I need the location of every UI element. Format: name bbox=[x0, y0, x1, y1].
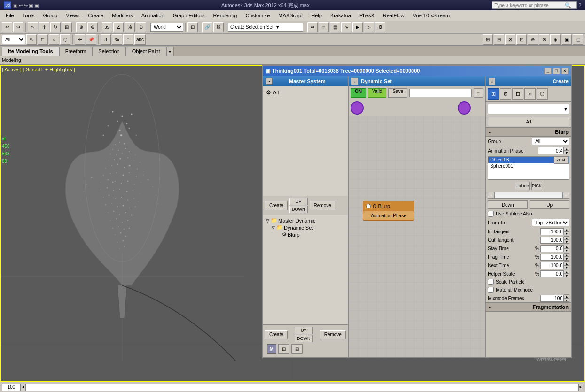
create-all-btn[interactable]: All bbox=[488, 117, 569, 126]
out-tangent-input[interactable] bbox=[540, 237, 564, 244]
material-mixmode-check[interactable] bbox=[488, 287, 494, 293]
tb-rect-select[interactable]: □ bbox=[38, 34, 48, 45]
frame-next[interactable]: ► bbox=[578, 384, 583, 391]
stay-time-up[interactable]: ▲ bbox=[564, 245, 569, 248]
master-remove-btn[interactable]: Remove bbox=[310, 201, 335, 210]
group-select[interactable]: All bbox=[532, 138, 569, 145]
search-input[interactable] bbox=[494, 3, 565, 8]
collapse-mid[interactable]: - bbox=[351, 78, 358, 85]
up-btn[interactable]: Up bbox=[530, 200, 569, 209]
mixmode-frames-up[interactable]: ▲ bbox=[564, 294, 569, 298]
tab-modeling-tools[interactable]: ite Modeling Tools bbox=[2, 47, 59, 56]
tb-scale[interactable]: ⊞ bbox=[62, 22, 72, 32]
frag-time-up[interactable]: ▲ bbox=[564, 253, 569, 257]
create-dropdown[interactable]: ▼ bbox=[488, 104, 569, 114]
tb-move[interactable]: ✛ bbox=[39, 22, 49, 32]
create-icon-5[interactable]: ⬡ bbox=[537, 88, 548, 100]
tb-rightside2[interactable]: ⊟ bbox=[494, 34, 504, 45]
scroll-track[interactable] bbox=[494, 192, 563, 199]
stay-time-input[interactable] bbox=[540, 245, 564, 252]
tree-create-btn[interactable]: Create bbox=[265, 330, 288, 339]
tree-remove-btn[interactable]: Remove bbox=[320, 330, 346, 339]
use-subtree-check[interactable] bbox=[488, 211, 494, 217]
tab-freeform[interactable]: Freeform bbox=[59, 47, 93, 56]
menu-customize[interactable]: Customize bbox=[242, 12, 273, 19]
tab-dropdown[interactable]: ▼ bbox=[166, 47, 174, 56]
tree-master-dynamic[interactable]: ▽ 📁 Master Dynamic bbox=[265, 217, 346, 224]
dynamic-set-menu[interactable]: ≡ bbox=[474, 88, 483, 98]
tb-render[interactable]: ▶ bbox=[352, 22, 363, 32]
tb-fence-select[interactable]: ⬡ bbox=[60, 34, 70, 45]
tb-rightside8[interactable]: ▣ bbox=[562, 34, 572, 45]
tb-unlink[interactable]: ⛓ bbox=[213, 22, 224, 32]
tree-up-btn[interactable]: UP bbox=[295, 327, 313, 334]
tree-dynamic-set[interactable]: ▽ 📁 Dynamic Set bbox=[265, 224, 346, 231]
unhide-btn[interactable]: Unhide bbox=[515, 182, 530, 190]
tb-select-filter[interactable]: ↖ bbox=[26, 34, 37, 45]
create-selection-set[interactable]: Create Selection Set ▼ bbox=[228, 23, 303, 32]
frame-prev[interactable]: ◄ bbox=[21, 384, 25, 391]
in-tangent-up[interactable]: ▲ bbox=[564, 228, 569, 231]
dynamic-set-input[interactable] bbox=[409, 89, 472, 97]
collapse-right[interactable]: - bbox=[489, 78, 495, 85]
help-icon[interactable]: ? bbox=[578, 3, 581, 8]
anim-phase-input[interactable] bbox=[538, 147, 564, 154]
dialog-close[interactable]: × bbox=[561, 68, 569, 74]
tb-snap2[interactable]: ⊕ bbox=[87, 22, 98, 32]
master-up-btn[interactable]: UP bbox=[289, 198, 308, 205]
menu-vue[interactable]: Vue 10 xStream bbox=[409, 12, 453, 19]
tb-link[interactable]: 🔗 bbox=[202, 22, 212, 32]
frag-time-input[interactable] bbox=[540, 254, 564, 261]
m-button[interactable]: M bbox=[267, 344, 276, 354]
menu-tools[interactable]: Tools bbox=[19, 12, 39, 19]
tb-renderprev[interactable]: ▷ bbox=[364, 22, 374, 32]
menu-rendering[interactable]: Rendering bbox=[210, 12, 241, 19]
tb-align[interactable]: ≡ bbox=[319, 22, 329, 32]
tb-rightside4[interactable]: ⊡ bbox=[516, 34, 527, 45]
create-icon-2[interactable]: ⚙ bbox=[500, 88, 511, 100]
tb-rightside1[interactable]: ⊞ bbox=[483, 34, 493, 45]
frag-time-down[interactable]: ▼ bbox=[564, 257, 569, 261]
tb-pin[interactable]: 📌 bbox=[86, 34, 96, 45]
tb-rightside9[interactable]: ◱ bbox=[573, 34, 583, 45]
next-time-input[interactable] bbox=[540, 262, 564, 269]
tb-rightside3[interactable]: ⊠ bbox=[505, 34, 515, 45]
dynamic-canvas[interactable]: O Blurp Animation Phase bbox=[349, 116, 485, 357]
tb-cross[interactable]: ✛ bbox=[75, 34, 85, 45]
small-icon1[interactable]: ⊡ bbox=[278, 344, 289, 354]
tb-undo[interactable]: ↩ bbox=[2, 22, 12, 32]
down-btn[interactable]: Down bbox=[488, 200, 528, 209]
create-icon-3[interactable]: ⊡ bbox=[512, 88, 523, 100]
anim-phase-down[interactable]: ▼ bbox=[564, 151, 569, 154]
tb-curve[interactable]: ∿ bbox=[341, 22, 351, 32]
helper-scale-input[interactable] bbox=[540, 270, 564, 277]
helper-scale-up[interactable]: ▲ bbox=[564, 270, 569, 274]
master-down-btn[interactable]: DOWN bbox=[289, 206, 308, 213]
tb-mirror[interactable]: ⇔ bbox=[307, 22, 318, 32]
tb-angle-snap[interactable]: ∠ bbox=[113, 22, 124, 32]
menu-krakatoa[interactable]: Krakatoa bbox=[327, 12, 355, 19]
in-tangent-input[interactable] bbox=[540, 228, 564, 235]
out-tangent-down[interactable]: ▼ bbox=[564, 240, 569, 244]
menu-physx[interactable]: PhysX bbox=[356, 12, 378, 19]
rem-btn[interactable]: REM. bbox=[554, 156, 569, 164]
create-icon-4[interactable]: ○ bbox=[524, 88, 536, 100]
tb-numpad3[interactable]: 3 bbox=[101, 34, 111, 45]
small-icon2[interactable]: ⊞ bbox=[291, 344, 303, 354]
menu-views[interactable]: Views bbox=[62, 12, 83, 19]
tab-object-paint[interactable]: Object Paint bbox=[126, 47, 166, 56]
menu-modifiers[interactable]: Modifiers bbox=[108, 12, 137, 19]
create-selection-dropdown[interactable]: ▼ bbox=[275, 24, 280, 30]
scroll-right[interactable]: ► bbox=[563, 192, 569, 199]
tree-down-btn[interactable]: DOWN bbox=[295, 335, 313, 342]
next-time-up[interactable]: ▲ bbox=[564, 261, 569, 265]
tb-rightside7[interactable]: ◈ bbox=[550, 34, 561, 45]
menu-create[interactable]: Create bbox=[84, 12, 107, 19]
menu-group[interactable]: Group bbox=[39, 12, 61, 19]
scroll-left[interactable]: ◄ bbox=[488, 192, 494, 199]
tree-blurp[interactable]: ⚙ Blurp bbox=[265, 231, 346, 238]
tb-rightside6[interactable]: ⊗ bbox=[539, 34, 549, 45]
tb-layer[interactable]: ▤ bbox=[330, 22, 340, 32]
menu-maxscript[interactable]: MAXScript bbox=[274, 12, 306, 19]
on-button[interactable]: ON bbox=[351, 88, 366, 98]
